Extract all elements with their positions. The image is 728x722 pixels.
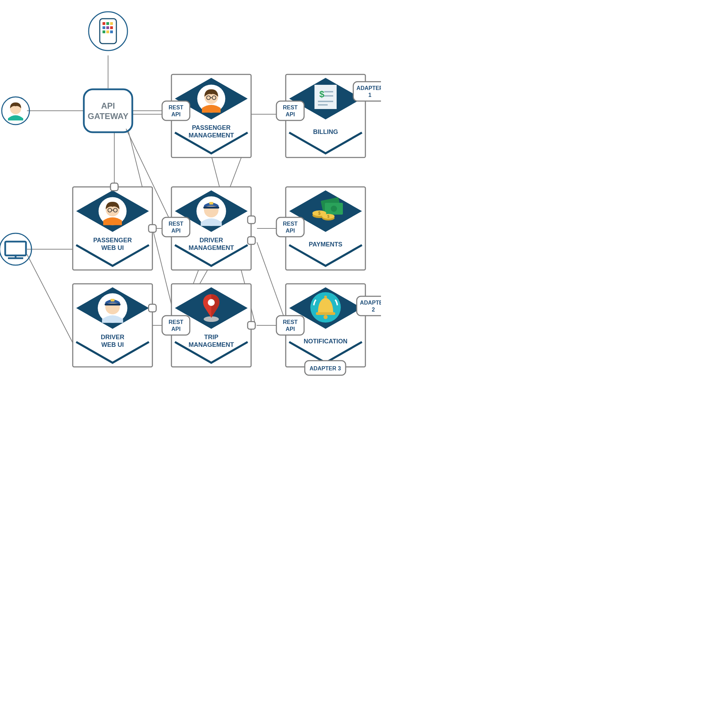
service-title: PASSENGER — [192, 124, 231, 131]
svg-text:MANAGEMENT: MANAGEMENT — [189, 244, 234, 251]
svg-rect-68 — [84, 89, 132, 132]
svg-text:1: 1 — [369, 92, 372, 98]
service-title: NOTIFICATION — [304, 338, 348, 345]
bell-icon — [310, 292, 341, 322]
rest-api-badge: REST API — [162, 316, 190, 335]
svg-text:API: API — [286, 111, 295, 118]
svg-text:API: API — [171, 111, 181, 118]
monitor-icon — [5, 241, 26, 258]
user-client-node — [2, 97, 29, 125]
svg-text:REST: REST — [169, 221, 184, 227]
svg-rect-78 — [353, 82, 381, 101]
service-title: TRIP — [204, 334, 218, 340]
mobile-client-node — [89, 12, 127, 50]
svg-text:2: 2 — [372, 307, 375, 313]
api-gateway-label-1: API — [101, 101, 115, 110]
service-title: DRIVER — [101, 334, 124, 340]
svg-text:REST: REST — [283, 221, 298, 227]
passenger-avatar-icon — [197, 85, 225, 113]
mobile-icon — [100, 19, 116, 44]
rest-api-badge: REST API — [162, 217, 190, 237]
driver-avatar-icon — [196, 196, 226, 226]
svg-text:API: API — [286, 228, 295, 234]
service-title: PASSENGER — [93, 237, 132, 244]
rest-api-badge: REST API — [276, 101, 304, 121]
svg-text:MANAGEMENT: MANAGEMENT — [189, 132, 234, 139]
svg-text:MANAGEMENT: MANAGEMENT — [189, 341, 234, 348]
passenger-avatar-icon — [99, 197, 127, 225]
svg-text:API: API — [171, 326, 181, 332]
svg-text:REST: REST — [283, 105, 298, 110]
api-gateway-label-2: GATEWAY — [88, 111, 128, 121]
service-passenger-web-ui: PASSENGER WEB UI — [73, 187, 152, 270]
svg-text:ADAPTER: ADAPTER — [356, 85, 381, 91]
rest-api-badge: REST API — [276, 316, 304, 335]
api-gateway-node: API GATEWAY — [84, 89, 132, 132]
adapter-badge: ADAPTER 2 — [357, 296, 381, 316]
architecture-diagram: $ $ $ — [0, 0, 381, 381]
svg-rect-89 — [357, 296, 381, 316]
svg-text:API: API — [286, 326, 295, 332]
invoice-icon — [315, 85, 336, 109]
user-icon — [8, 102, 23, 121]
map-pin-icon — [203, 294, 219, 322]
svg-text:API: API — [171, 228, 181, 234]
desktop-client-node — [0, 233, 32, 265]
svg-line-60 — [257, 242, 286, 322]
svg-text:ADAPTER: ADAPTER — [360, 300, 381, 305]
adapter-badge: ADAPTER 1 — [353, 82, 381, 101]
service-title: BILLING — [313, 128, 338, 135]
svg-line-58 — [27, 254, 75, 346]
driver-avatar-icon — [98, 293, 127, 323]
rest-api-badge: REST API — [162, 101, 190, 121]
svg-text:WEB UI: WEB UI — [101, 341, 124, 348]
svg-text:REST: REST — [169, 319, 184, 325]
svg-text:ADAPTER 3: ADAPTER 3 — [310, 365, 341, 371]
svg-text:REST: REST — [283, 319, 298, 325]
rest-api-badge: REST API — [276, 217, 304, 237]
svg-text:REST: REST — [169, 105, 184, 110]
service-title: PAYMENTS — [309, 241, 342, 248]
adapter-badge: ADAPTER 3 — [305, 361, 346, 375]
service-title: DRIVER — [199, 237, 223, 244]
service-driver-web-ui: DRIVER WEB UI — [73, 284, 152, 367]
svg-text:WEB UI: WEB UI — [101, 244, 124, 251]
